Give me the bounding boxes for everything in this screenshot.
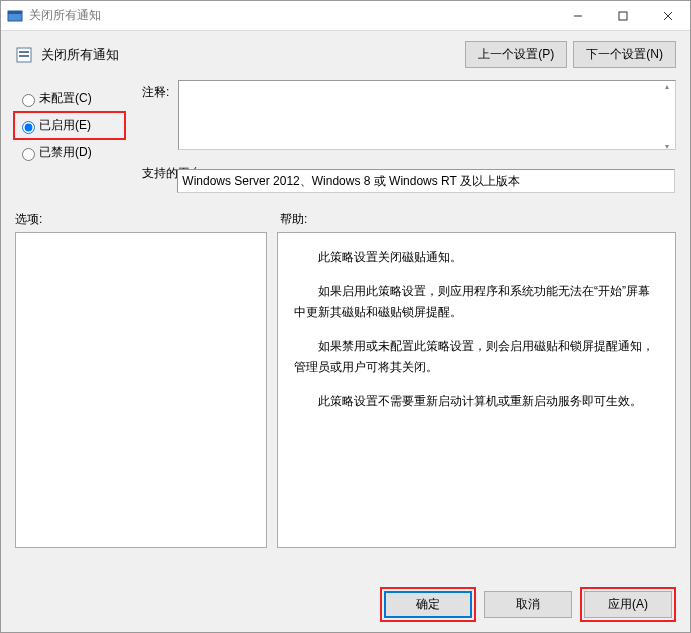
platform-field: Windows Server 2012、Windows 8 或 Windows … [177,169,675,193]
radio-not-configured-input[interactable] [22,94,35,107]
help-pane[interactable]: 此策略设置关闭磁贴通知。 如果启用此策略设置，则应用程序和系统功能无法在“开始”… [277,232,676,548]
window-controls [555,1,690,30]
help-label: 帮助: [280,211,307,228]
svg-rect-7 [19,51,29,53]
svg-rect-8 [19,55,29,57]
radio-enabled[interactable]: 已启用(E) [13,111,126,140]
scroll-stub: ▴▾ [660,82,674,151]
cancel-button[interactable]: 取消 [484,591,572,618]
title-bar: 关闭所有通知 [1,1,690,31]
radio-not-configured-label: 未配置(C) [39,90,92,107]
policy-icon [15,46,33,64]
help-p3: 如果禁用或未配置此策略设置，则会启用磁贴和锁屏提醒通知，管理员或用户可将其关闭。 [294,336,659,377]
app-icon [7,8,23,24]
radio-not-configured[interactable]: 未配置(C) [15,84,124,113]
maximize-button[interactable] [600,1,645,30]
window-title: 关闭所有通知 [29,7,555,24]
panes: 此策略设置关闭磁贴通知。 如果启用此策略设置，则应用程序和系统功能无法在“开始”… [1,232,690,548]
ok-highlight: 确定 [380,587,476,622]
svg-rect-3 [619,12,627,20]
comment-label: 注释: [142,80,172,153]
svg-rect-1 [8,11,22,14]
close-button[interactable] [645,1,690,30]
ok-button[interactable]: 确定 [384,591,472,618]
help-p4: 此策略设置不需要重新启动计算机或重新启动服务即可生效。 [294,391,659,411]
footer: 确定 取消 应用(A) [380,587,676,622]
radio-disabled[interactable]: 已禁用(D) [15,138,124,167]
help-p1: 此策略设置关闭磁贴通知。 [294,247,659,267]
radio-group: 未配置(C) 已启用(E) 已禁用(D) [15,80,124,193]
apply-button[interactable]: 应用(A) [584,591,672,618]
apply-highlight: 应用(A) [580,587,676,622]
minimize-button[interactable] [555,1,600,30]
comment-input[interactable] [178,80,676,150]
config-area: 未配置(C) 已启用(E) 已禁用(D) 注释: ▴▾ 支持 [1,80,690,193]
radio-disabled-input[interactable] [22,148,35,161]
header-row: 关闭所有通知 上一个设置(P) 下一个设置(N) [1,31,690,80]
radio-enabled-input[interactable] [22,121,35,134]
policy-title: 关闭所有通知 [41,46,465,64]
radio-disabled-label: 已禁用(D) [39,144,92,161]
options-pane[interactable] [15,232,267,548]
next-setting-button[interactable]: 下一个设置(N) [573,41,676,68]
options-label: 选项: [15,211,280,228]
help-p2: 如果启用此策略设置，则应用程序和系统功能无法在“开始”屏幕中更新其磁贴和磁贴锁屏… [294,281,659,322]
previous-setting-button[interactable]: 上一个设置(P) [465,41,567,68]
pane-labels: 选项: 帮助: [1,193,690,232]
radio-enabled-label: 已启用(E) [39,117,91,134]
